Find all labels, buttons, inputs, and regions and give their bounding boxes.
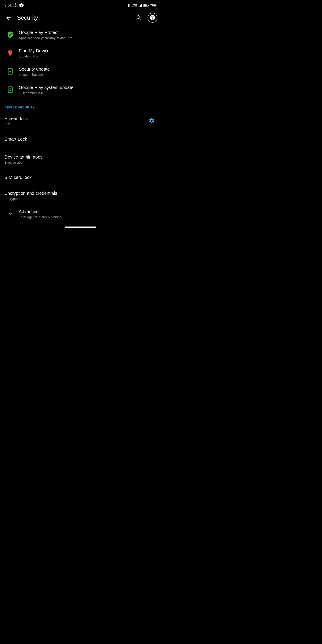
google-play-protect-subtitle: Apps scanned yesterday at 4:21 pm <box>19 36 156 40</box>
screen-lock-text: Screen lock PIN <box>4 116 139 126</box>
smart-lock-text: Smart Lock <box>4 136 156 142</box>
svg-rect-8 <box>127 6 127 6</box>
advanced-subtitle: Trust agents, Screen pinning <box>19 215 156 219</box>
security-update-text: Security update 5 December 2019 <box>19 66 156 76</box>
signal-icon <box>139 4 142 7</box>
network-type: LTE <box>132 4 137 7</box>
svg-rect-15 <box>143 4 146 6</box>
section-divider-2 <box>0 149 161 149</box>
google-play-protect-item[interactable]: Google Play Protect Apps scanned yesterd… <box>0 26 161 44</box>
svg-rect-10 <box>130 6 130 6</box>
shield-check-icon <box>4 31 16 38</box>
svg-rect-9 <box>130 4 130 5</box>
status-bar: 9:51 0 KB/s LTE <box>0 0 161 10</box>
advanced-item[interactable]: Advanced Trust agents, Screen pinning <box>0 204 161 223</box>
svg-marker-12 <box>139 5 140 7</box>
svg-point-18 <box>10 52 10 52</box>
google-play-system-update-item[interactable]: Google Play system update 1 December 201… <box>0 80 161 99</box>
find-my-device-item[interactable]: Find My Device Location is off <box>0 44 161 62</box>
google-play-system-update-subtitle: 1 December 2019 <box>19 91 156 95</box>
device-admin-apps-title: Device admin apps <box>4 154 156 160</box>
svg-point-5 <box>22 5 22 6</box>
security-update-title: Security update <box>19 66 156 72</box>
sim-card-lock-title: SIM card lock <box>4 174 156 180</box>
screen-lock-item[interactable]: Screen lock PIN <box>0 111 161 130</box>
home-bar <box>65 226 96 228</box>
incognito-icon <box>19 3 24 8</box>
home-indicator <box>0 223 161 230</box>
security-update-item[interactable]: Security update 5 December 2019 <box>0 62 161 80</box>
screen-lock-title: Screen lock <box>4 116 139 122</box>
device-admin-apps-text: Device admin apps 1 active app <box>4 154 156 164</box>
security-update-subtitle: 5 December 2019 <box>19 73 156 76</box>
svg-rect-19 <box>10 52 10 53</box>
svg-rect-7 <box>127 4 127 5</box>
chevron-down-icon <box>4 211 16 217</box>
smart-lock-title: Smart Lock <box>4 136 156 142</box>
encryption-credentials-text: Encryption and credentials Encrypted <box>4 190 156 200</box>
back-button[interactable] <box>4 13 14 22</box>
encryption-credentials-item[interactable]: Encryption and credentials Encrypted <box>0 186 161 204</box>
screen-lock-settings-button[interactable] <box>147 116 156 126</box>
google-play-system-update-title: Google Play system update <box>19 84 156 90</box>
advanced-text: Advanced Trust agents, Screen pinning <box>19 209 156 219</box>
sim-card-lock-text: SIM card lock <box>4 174 156 180</box>
device-admin-apps-item[interactable]: Device admin apps 1 active app <box>0 150 161 168</box>
device-admin-apps-subtitle: 1 active app <box>4 160 156 164</box>
svg-point-4 <box>20 5 21 6</box>
sim-card-lock-item[interactable]: SIM card lock <box>0 168 161 186</box>
svg-rect-21 <box>8 87 12 93</box>
location-pin-icon <box>4 50 16 56</box>
google-play-system-update-text: Google Play system update 1 December 201… <box>19 84 156 95</box>
status-time: 9:51 <box>4 3 12 8</box>
find-my-device-text: Find My Device Location is off <box>19 48 156 58</box>
battery-icon <box>143 4 149 7</box>
section-divider-1 <box>0 100 161 100</box>
status-right: LTE 76% <box>127 3 156 8</box>
app-bar: Security <box>0 10 161 26</box>
help-button[interactable] <box>148 13 158 22</box>
refresh-phone-icon <box>4 86 16 93</box>
advanced-title: Advanced <box>19 209 156 214</box>
phone-check-icon <box>4 68 16 75</box>
device-security-header: DEVICE SECURITY <box>0 101 161 111</box>
page-title: Security <box>17 14 130 21</box>
find-my-device-title: Find My Device <box>19 48 156 54</box>
svg-rect-20 <box>8 68 12 74</box>
find-my-device-subtitle: Location is off <box>19 54 156 58</box>
encryption-credentials-subtitle: Encrypted <box>4 197 156 200</box>
google-play-protect-text: Google Play Protect Apps scanned yesterd… <box>19 30 156 40</box>
screen-lock-subtitle: PIN <box>4 122 139 126</box>
vibrate-icon <box>127 3 130 8</box>
svg-rect-3 <box>20 3 22 4</box>
svg-rect-6 <box>128 4 130 7</box>
smart-lock-item[interactable]: Smart Lock <box>0 130 161 148</box>
battery-percent: 76% <box>150 4 156 7</box>
svg-rect-14 <box>148 5 149 6</box>
search-button[interactable] <box>134 13 144 22</box>
google-play-protect-title: Google Play Protect <box>19 30 156 35</box>
encryption-credentials-title: Encryption and credentials <box>4 190 156 196</box>
status-kbs: 0 KB/s <box>13 3 18 8</box>
